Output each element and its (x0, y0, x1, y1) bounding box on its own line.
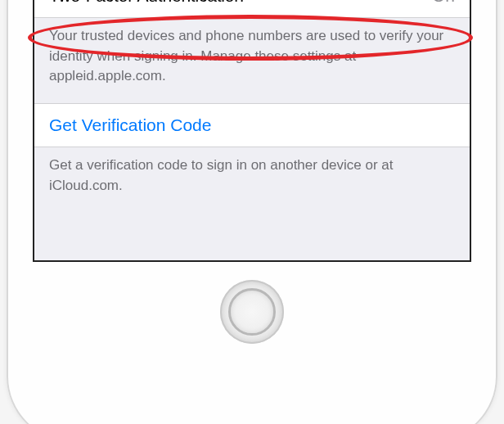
get-verification-code-link[interactable]: Get Verification Code (49, 115, 211, 135)
screen: Two-Factor Authentication On Your truste… (33, 0, 471, 262)
verification-group: Get Verification Code Get a verification… (34, 103, 470, 212)
two-factor-label: Two-Factor Authentication (49, 0, 244, 6)
home-button-ring (228, 288, 276, 336)
two-factor-group: Two-Factor Authentication On Your truste… (34, 0, 470, 103)
two-factor-value: On (432, 0, 455, 6)
get-verification-code-row[interactable]: Get Verification Code (34, 103, 470, 147)
verification-footer: Get a verification code to sign in on an… (34, 147, 470, 212)
two-factor-row[interactable]: Two-Factor Authentication On (34, 0, 470, 18)
phone-body: Two-Factor Authentication On Your truste… (7, 0, 497, 424)
home-button[interactable] (220, 280, 284, 344)
two-factor-footer: Your trusted devices and phone numbers a… (34, 18, 470, 103)
